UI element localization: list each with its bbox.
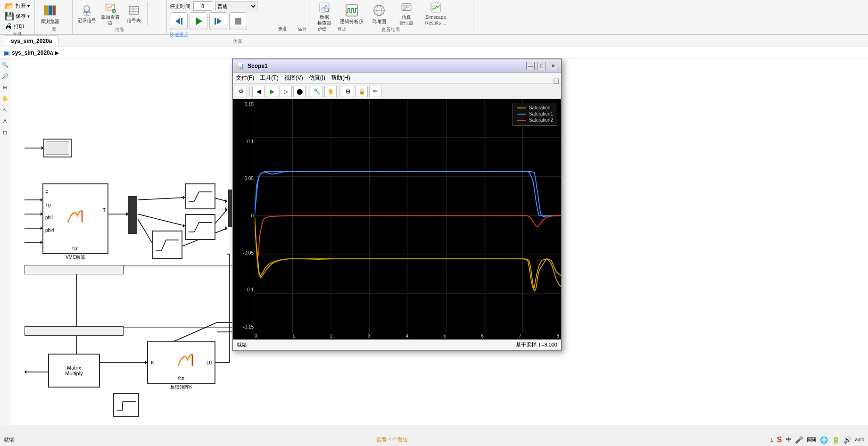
svg-marker-76 — [25, 370, 26, 374]
step-block[interactable] — [113, 393, 139, 417]
scope-menu-file[interactable]: 文件(F) — [236, 74, 254, 82]
step-forward-button[interactable] — [209, 12, 227, 30]
record-signals-button[interactable]: 记录信号 — [75, 1, 98, 26]
scope-menu-tools[interactable]: 工具(T) — [260, 74, 278, 82]
add-viewer-button[interactable]: 添加查看器 — [99, 1, 122, 26]
network-icon[interactable]: 🌐 — [820, 436, 828, 444]
legend-color-saturation2 — [517, 120, 526, 121]
scope-lock-button[interactable]: 🔒 — [355, 86, 368, 97]
x-axis-labels: 0 1 2 3 4 5 6 7 8 — [233, 332, 561, 339]
zoom-in-button[interactable]: 🔍 — [1, 60, 9, 69]
simscape-results-button[interactable]: Simscape Results ... — [421, 1, 451, 26]
feedback-k-port-L0: L0 — [207, 360, 212, 365]
warning-link[interactable]: 查看 4 个警告 — [376, 436, 408, 443]
saturation1-block[interactable] — [185, 183, 215, 209]
svg-rect-1 — [49, 6, 52, 15]
saturation2-block[interactable] — [185, 214, 215, 240]
scope-export-button[interactable]: 🔧 — [311, 86, 323, 97]
scope-settings-button[interactable]: ⚙ — [235, 86, 247, 97]
saturation3-block[interactable] — [152, 231, 182, 259]
print-button[interactable]: 🖨打印 — [3, 22, 32, 31]
save-button[interactable]: 💾保存▾ — [3, 11, 32, 21]
stop-time-input[interactable] — [193, 1, 212, 11]
vmc-block-label: VMC解算 — [66, 254, 85, 261]
vmc-block[interactable]: F Tp phi1 phi4 T fcn VMC解算 — [42, 183, 108, 254]
annotation-button[interactable]: A — [1, 117, 9, 125]
x-label-2: 2 — [330, 333, 333, 339]
sim-manager-button[interactable]: 仿真 管理器 — [393, 1, 420, 26]
data-inspector-button[interactable]: 数据 检查器 — [311, 1, 338, 26]
scope-menu-view[interactable]: 视图(V) — [284, 74, 303, 82]
library-browser-button[interactable]: 库浏览器 — [38, 1, 62, 26]
scope-forward-button[interactable]: ▷ — [280, 86, 292, 97]
zoom-area-button[interactable]: ⊡ — [1, 128, 9, 137]
y-label-n015: -0.15 — [234, 324, 254, 330]
svg-marker-55 — [225, 207, 227, 211]
svg-rect-2 — [53, 6, 56, 15]
quick-restart-link[interactable]: 快速重启 — [170, 32, 189, 37]
library-browser-label: 库浏览器 — [41, 19, 59, 25]
open-button[interactable]: 📂打开▾ — [3, 1, 32, 11]
scope-menu-help[interactable]: 帮助(H) — [331, 74, 350, 82]
legend-label-saturation2: Saturation2 — [529, 117, 553, 123]
csdn-icon[interactable]: S — [777, 436, 782, 444]
select-button[interactable]: ↖ — [1, 106, 9, 114]
scope-zoom-fit-button[interactable]: ⊞ — [342, 86, 354, 97]
stop-button[interactable] — [229, 12, 247, 30]
breadcrumb-model: sys_sim_2020a — [12, 50, 53, 56]
prepare-group: 记录信号 添加查看器 信号表 准备 — [73, 0, 167, 34]
birds-eye-label: 鸟瞰图 — [372, 19, 386, 25]
scope-titlebar[interactable]: 📊 Scope1 — □ ✕ — [233, 59, 561, 73]
scope-minimize-button[interactable]: — — [526, 62, 535, 70]
scope-title-icon: 📊 — [237, 62, 245, 70]
simulation-mode-dropdown[interactable]: 普通 — [215, 1, 257, 11]
volume-icon[interactable]: 🔊 — [843, 436, 851, 444]
birds-eye-button[interactable]: 鸟瞰图 — [366, 1, 392, 26]
svg-rect-22 — [215, 18, 216, 25]
step-back-button[interactable] — [170, 12, 188, 30]
keyboard-icon[interactable]: ⌨ — [807, 436, 816, 444]
page-number: 1 — [770, 437, 773, 443]
scope-cursor-button[interactable]: ✏ — [369, 86, 381, 97]
y-label-005: 0.05 — [234, 176, 254, 181]
fit-button[interactable]: ⊞ — [1, 83, 9, 91]
logic-analyzer-button[interactable]: 逻辑分析仪 — [339, 1, 365, 26]
scope-maximize-button[interactable]: □ — [537, 62, 546, 70]
svg-line-48 — [138, 198, 185, 200]
mic-icon[interactable]: 🎤 — [795, 436, 803, 444]
scope-stop-button[interactable]: ⬤ — [293, 86, 306, 97]
scope-menubar: 文件(F) 工具(T) 视图(V) 仿真(I) 帮助(H) — [233, 73, 561, 84]
x-label-6: 6 — [481, 333, 484, 339]
lang-indicator[interactable]: 中 — [786, 436, 791, 443]
matrix-multiply-label: MatrixMultiply — [65, 365, 83, 376]
record-signals-label: 记录信号 — [77, 18, 96, 24]
vmc-port-phi4: phi4 — [45, 228, 54, 233]
logic-analyzer-label: 逻辑分析仪 — [340, 19, 364, 25]
simscape-results-label: Simscape Results ... — [425, 15, 446, 26]
scope-expand-button[interactable]: ⊡ — [553, 76, 559, 85]
canvas-area[interactable]: F Tp phi1 phi4 T fcn VMC解算 — [10, 58, 868, 425]
scope-menu-sim[interactable]: 仿真(I) — [309, 74, 325, 82]
vmc-port-phi1: phi1 — [45, 215, 54, 220]
svg-marker-58 — [225, 226, 227, 230]
demux-block[interactable] — [128, 196, 137, 234]
status-bar: 就绪 查看 4 个警告 1 S 中 🎤 ⌨ 🌐 🔋 🔊 auto — [0, 433, 868, 446]
scope-play-button[interactable]: ▶ — [266, 86, 278, 97]
zoom-out-button[interactable]: 🔎 — [1, 72, 9, 80]
battery-icon[interactable]: 🔋 — [832, 436, 840, 444]
step-back-label: 步退 — [273, 26, 291, 32]
matrix-multiply-block[interactable]: MatrixMultiply — [48, 354, 100, 388]
vmc-port-tp: Tp — [45, 202, 51, 207]
svg-line-90 — [194, 223, 199, 232]
main-tab[interactable]: sys_sim_2020a — [4, 35, 59, 46]
scope-hand-button[interactable]: ✋ — [324, 86, 337, 97]
pan-button[interactable]: ✋ — [1, 94, 9, 103]
display-block[interactable] — [43, 139, 72, 157]
y-label-01: 0.1 — [234, 139, 254, 144]
svg-line-56 — [138, 219, 152, 242]
scope-back-button[interactable]: ◀ — [252, 86, 265, 97]
run-button[interactable] — [190, 12, 207, 30]
feedback-k-block[interactable]: K fcn L0 反馈矩阵K — [147, 341, 215, 384]
scope-close-button[interactable]: ✕ — [549, 62, 557, 70]
signal-table-button[interactable]: 信号表 — [123, 1, 145, 26]
